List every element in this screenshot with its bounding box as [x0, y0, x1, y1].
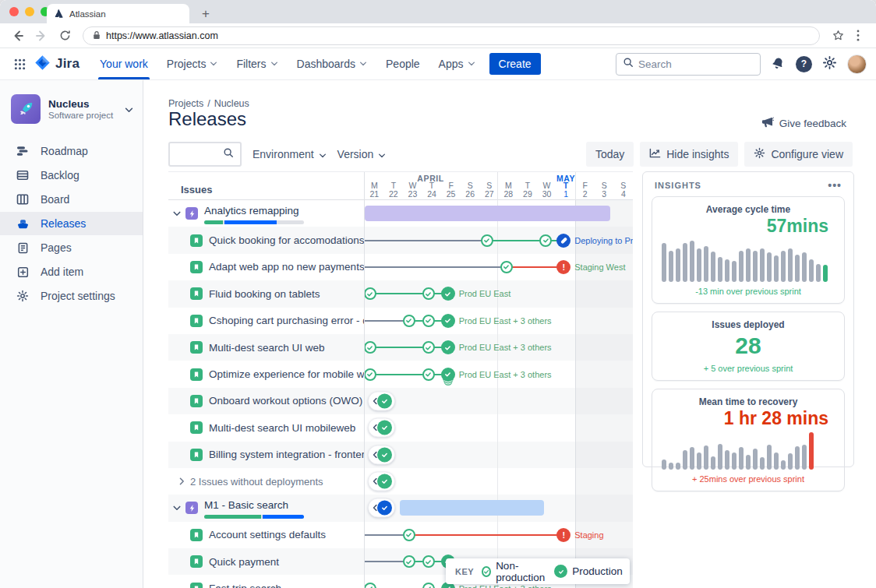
- issue-name[interactable]: Fluid booking on tablets: [209, 288, 320, 300]
- epic-timeline-bar[interactable]: [365, 206, 610, 221]
- sidebar-item-project-settings[interactable]: Project settings: [0, 284, 143, 308]
- bookmark-star-icon[interactable]: [828, 26, 848, 46]
- collapsed-deployments-pill[interactable]: [368, 418, 395, 438]
- project-switcher[interactable]: Nucleus Software project: [0, 80, 143, 135]
- deployment-filled-icon[interactable]: [441, 340, 455, 354]
- reload-icon[interactable]: [55, 26, 75, 46]
- address-bar[interactable]: https://www.atlassian.com: [83, 26, 820, 45]
- window-controls[interactable]: [9, 7, 50, 16]
- group-row-label[interactable]: 2 Issues without deployments: [190, 476, 323, 488]
- issue-name[interactable]: Onboard workout options (OWO): [209, 395, 362, 407]
- issue-name[interactable]: Quick booking for accomodations: [209, 234, 364, 246]
- deployment-outline-icon[interactable]: [422, 583, 435, 588]
- deployment-outline-icon[interactable]: [403, 555, 415, 568]
- sidebar-item-pages[interactable]: Pages: [0, 236, 143, 259]
- breadcrumb-projects-link[interactable]: Projects: [168, 98, 203, 109]
- deployment-alert-icon[interactable]: [556, 528, 570, 542]
- issue-name[interactable]: Cshoping cart purchasing error - quick: [209, 315, 364, 326]
- chart-bar: [669, 463, 673, 470]
- issue-name[interactable]: Fast trip search: [209, 583, 281, 588]
- sidebar-item-backlog[interactable]: Backlog: [0, 164, 143, 187]
- breadcrumb-current-link[interactable]: Nucleus: [214, 98, 249, 109]
- browser-tab[interactable]: Atlassian: [47, 4, 189, 23]
- chart-bar: [718, 257, 722, 282]
- jira-home-link[interactable]: Jira: [34, 55, 79, 74]
- issue-name[interactable]: Optimize experience for mobile web: [209, 368, 364, 380]
- version-timeline-bar[interactable]: [400, 500, 545, 516]
- today-button[interactable]: Today: [586, 142, 634, 167]
- version-filter-dropdown[interactable]: Version: [337, 148, 387, 160]
- deployment-outline-icon[interactable]: [422, 315, 435, 327]
- collapsed-deployments-pill[interactable]: [368, 391, 395, 410]
- chevron-right-icon[interactable]: [179, 477, 185, 485]
- issue-name[interactable]: Multi-dest search UI mobileweb: [209, 422, 355, 434]
- minimize-window-button[interactable]: [25, 7, 34, 16]
- create-button[interactable]: Create: [489, 53, 541, 75]
- sidebar-item-roadmap[interactable]: Roadmap: [0, 139, 143, 163]
- issue-name[interactable]: M1 - Basic search: [204, 499, 288, 511]
- issue-name[interactable]: Multi-dest search UI web: [209, 342, 325, 354]
- deployment-filled-icon[interactable]: [441, 314, 455, 328]
- deployment-outline-icon[interactable]: [403, 529, 415, 541]
- sidebar-item-releases[interactable]: Releases: [0, 212, 143, 235]
- nav-item-your-work[interactable]: Your work: [90, 48, 157, 79]
- chevron-down-icon[interactable]: [173, 211, 181, 217]
- notifications-bell-icon[interactable]: [771, 55, 786, 73]
- deployment-filled-stack-icon[interactable]: [441, 368, 455, 382]
- app-switcher-icon[interactable]: [9, 54, 30, 74]
- issue-name[interactable]: Account settings defaults: [209, 529, 326, 540]
- insights-menu-button[interactable]: •••: [828, 182, 842, 188]
- deployment-outline-icon[interactable]: [481, 234, 493, 247]
- lock-icon: [93, 29, 101, 43]
- nav-item-people[interactable]: People: [376, 48, 429, 79]
- collapsed-deployments-pill[interactable]: [368, 445, 395, 464]
- deployment-line: [365, 240, 487, 241]
- global-search-input[interactable]: [638, 58, 740, 70]
- deployment-outline-icon[interactable]: [364, 368, 376, 381]
- deployment-alert-icon[interactable]: [556, 260, 570, 274]
- nav-item-apps[interactable]: Apps: [429, 48, 485, 79]
- deployment-outline-icon[interactable]: [422, 287, 435, 300]
- close-window-button[interactable]: [9, 7, 19, 16]
- help-icon[interactable]: ?: [796, 56, 812, 72]
- global-search[interactable]: [616, 53, 761, 76]
- deployment-filled-icon[interactable]: [441, 287, 455, 301]
- issue-name[interactable]: Adapt web app no new payments provi: [209, 261, 364, 273]
- deployment-outline-icon[interactable]: [422, 341, 435, 354]
- deployment-outline-icon[interactable]: [422, 368, 435, 381]
- chart-bar: [760, 248, 765, 282]
- give-feedback-button[interactable]: Give feedback: [761, 116, 846, 131]
- new-tab-button[interactable]: +: [196, 5, 215, 23]
- deployment-outline-icon[interactable]: [403, 315, 415, 327]
- sidebar-item-add-item[interactable]: Add item: [0, 260, 143, 283]
- issue-name[interactable]: Quick payment: [209, 556, 279, 568]
- deployment-outline-icon[interactable]: [364, 287, 376, 300]
- deployment-deploy-icon[interactable]: [556, 234, 570, 248]
- story-icon: [190, 583, 203, 588]
- collapsed-deployments-pill[interactable]: [368, 498, 395, 518]
- hide-insights-button[interactable]: Hide insights: [640, 142, 738, 167]
- chevron-down-icon[interactable]: [173, 505, 181, 511]
- timeline-search-input[interactable]: [175, 149, 223, 160]
- settings-gear-icon[interactable]: [822, 55, 837, 73]
- deployment-outline-icon[interactable]: [500, 261, 513, 273]
- deployment-outline-icon[interactable]: [539, 234, 552, 247]
- sidebar-item-board[interactable]: Board: [0, 188, 143, 211]
- deployment-outline-icon[interactable]: [364, 583, 376, 588]
- configure-view-button[interactable]: Configure view: [744, 142, 853, 167]
- forward-icon[interactable]: [31, 26, 51, 46]
- environment-filter-dropdown[interactable]: Environment: [253, 148, 327, 160]
- browser-menu-icon[interactable]: [848, 26, 868, 46]
- nav-item-filters[interactable]: Filters: [227, 48, 287, 79]
- sidebar-item-label: Pages: [41, 241, 72, 254]
- issue-name[interactable]: Billing system integration - frontend: [209, 449, 364, 460]
- nav-item-projects[interactable]: Projects: [157, 48, 228, 79]
- issue-name[interactable]: Analytics remapping: [204, 205, 299, 217]
- user-avatar[interactable]: [847, 55, 867, 74]
- deployment-outline-icon[interactable]: [422, 555, 435, 568]
- deployment-outline-icon[interactable]: [364, 341, 376, 354]
- nav-item-dashboards[interactable]: Dashboards: [288, 48, 377, 79]
- collapsed-deployments-pill[interactable]: [368, 472, 395, 491]
- back-icon[interactable]: [8, 26, 28, 46]
- timeline-search[interactable]: [168, 142, 242, 167]
